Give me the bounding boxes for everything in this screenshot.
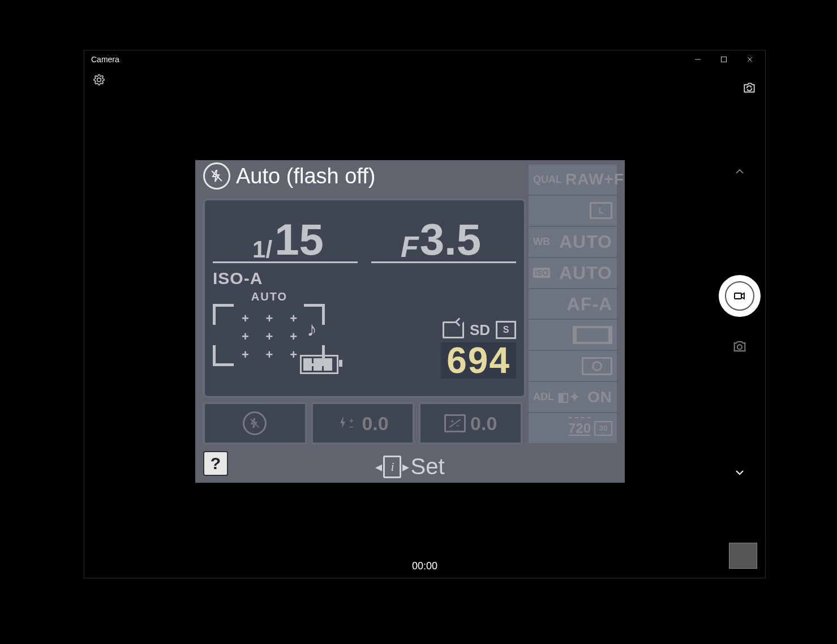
switch-camera-icon: [742, 80, 757, 95]
release-mode: S: [496, 321, 516, 339]
capture-rail: [714, 164, 765, 480]
title-bar: Camera: [84, 50, 765, 68]
gear-icon: [93, 74, 105, 85]
af-area-mode-row: [529, 320, 617, 351]
iso-mode-label: ISO-A: [213, 269, 326, 288]
chevron-up-icon: [734, 166, 745, 177]
svg-text:−: −: [456, 422, 460, 429]
iso-row: ISO AUTO: [529, 258, 617, 289]
flash-mode-card: [203, 402, 307, 444]
settings-button[interactable]: [92, 73, 106, 87]
mode-prev-button[interactable]: [732, 164, 748, 179]
svg-rect-1: [722, 57, 727, 62]
compensation-row: +− 0.0 +− 0.0: [203, 402, 522, 444]
af-area-icon: [573, 326, 612, 344]
i-set-hint: ◂ i ▸ Set: [195, 454, 625, 479]
minimize-button[interactable]: [685, 50, 711, 68]
close-button[interactable]: [737, 50, 763, 68]
flash-comp-icon: +−: [337, 413, 357, 433]
svg-rect-4: [735, 293, 741, 299]
exposure-comp-value: 0.0: [470, 413, 497, 435]
image-size-icon: L: [590, 202, 612, 219]
flash-disabled-icon: [243, 411, 267, 435]
exposure-comp-icon: +−: [444, 414, 466, 432]
camera-lcd-view: Auto (flash off) 1/ 15 F 3.5 ISO-A AUTO: [195, 160, 625, 483]
svg-point-5: [737, 345, 742, 349]
flash-compensation-card: +− 0.0: [311, 402, 415, 444]
shutter-speed: 1/ 15: [212, 217, 364, 261]
info-i-icon: i: [383, 456, 401, 478]
gallery-thumbnail[interactable]: [729, 543, 757, 569]
adl-icon: ◧✦: [557, 390, 580, 405]
adl-row: ADL ◧✦ ON: [529, 382, 617, 413]
white-balance-row: WB AUTO: [529, 227, 617, 258]
switch-camera-button[interactable]: [741, 80, 757, 96]
sd-label: SD: [470, 321, 490, 339]
flash-comp-value: 0.0: [362, 413, 388, 435]
mode-label: Auto (flash off): [236, 164, 375, 188]
right-triangle-icon: ▸: [402, 459, 409, 475]
take-photo-button[interactable]: [728, 335, 751, 358]
exposure-compensation-card: +− 0.0: [419, 402, 522, 444]
mode-next-button[interactable]: [732, 465, 748, 480]
svg-text:−: −: [349, 423, 354, 431]
movie-settings-row: 720 30: [529, 413, 617, 443]
settings-sidebar: QUAL RAW+F L WB AUTO ISO AUTO AF-A: [529, 165, 617, 443]
image-size-row: L: [529, 196, 617, 227]
exposure-panel: 1/ 15 F 3.5 ISO-A AUTO +++: [203, 199, 526, 398]
left-triangle-icon: ◂: [375, 459, 382, 475]
recording-timer: 00:00: [84, 560, 765, 572]
window-title: Camera: [91, 55, 119, 64]
metering-row: [529, 351, 617, 382]
video-camera-icon: [733, 289, 746, 303]
camera-icon: [732, 338, 748, 354]
flash-off-icon: [203, 162, 230, 190]
chevron-down-icon: [734, 467, 745, 478]
sd-card-icon: [443, 321, 464, 338]
shots-remaining: 694: [441, 342, 516, 379]
svg-text:+: +: [450, 418, 454, 424]
quality-row: QUAL RAW+F: [529, 165, 617, 196]
maximize-button[interactable]: [711, 50, 737, 68]
camera-app-window: Camera: [84, 50, 766, 578]
aperture: F 3.5: [364, 217, 517, 261]
battery-icon: [300, 355, 338, 374]
record-video-button[interactable]: [719, 275, 761, 317]
metering-icon: [582, 357, 612, 375]
beep-icon: ♪: [307, 317, 317, 341]
focus-mode-row: AF-A: [529, 289, 617, 320]
